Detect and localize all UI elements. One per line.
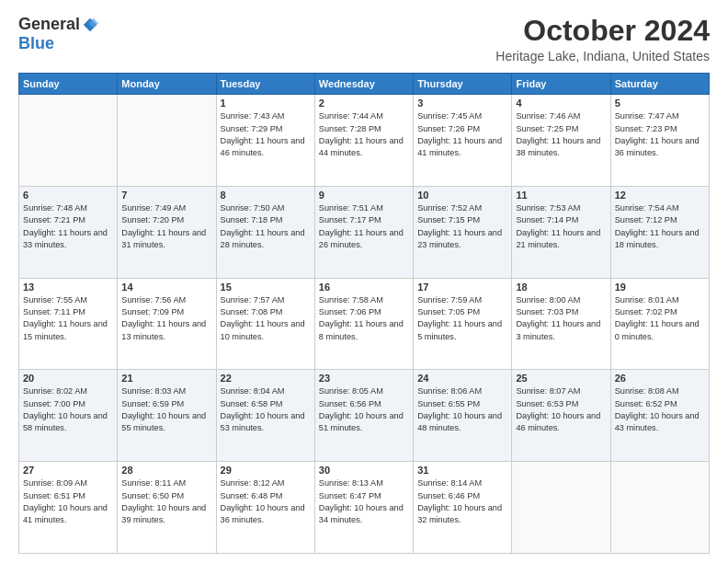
day-number: 18 <box>516 282 606 293</box>
day-number: 4 <box>516 98 606 109</box>
day-info: Sunrise: 7:59 AMSunset: 7:05 PMDaylight:… <box>417 294 507 343</box>
table-row: 10Sunrise: 7:52 AMSunset: 7:15 PMDayligh… <box>414 186 512 278</box>
day-number: 7 <box>121 190 211 201</box>
day-info: Sunrise: 7:43 AMSunset: 7:29 PMDaylight:… <box>221 110 311 159</box>
day-number: 12 <box>615 190 705 201</box>
day-info: Sunrise: 7:52 AMSunset: 7:15 PMDaylight:… <box>417 202 507 251</box>
day-number: 9 <box>319 190 409 201</box>
table-row <box>118 95 216 187</box>
calendar-week-row: 1Sunrise: 7:43 AMSunset: 7:29 PMDaylight… <box>19 95 710 187</box>
day-info: Sunrise: 8:09 AMSunset: 6:51 PMDaylight:… <box>23 477 113 526</box>
day-number: 27 <box>23 465 113 476</box>
day-info: Sunrise: 7:53 AMSunset: 7:14 PMDaylight:… <box>516 202 606 251</box>
day-info: Sunrise: 8:07 AMSunset: 6:53 PMDaylight:… <box>516 385 606 434</box>
col-saturday: Saturday <box>610 74 709 95</box>
day-number: 19 <box>615 282 705 293</box>
month-title: October 2024 <box>495 15 710 47</box>
table-row: 11Sunrise: 7:53 AMSunset: 7:14 PMDayligh… <box>512 186 610 278</box>
day-number: 20 <box>23 373 113 384</box>
table-row <box>610 462 709 554</box>
table-row: 4Sunrise: 7:46 AMSunset: 7:25 PMDaylight… <box>512 95 610 187</box>
day-number: 5 <box>615 98 705 109</box>
day-number: 14 <box>121 282 211 293</box>
table-row: 24Sunrise: 8:06 AMSunset: 6:55 PMDayligh… <box>414 370 512 462</box>
day-info: Sunrise: 7:48 AMSunset: 7:21 PMDaylight:… <box>23 202 113 251</box>
logo-general-text: General <box>18 15 80 34</box>
day-number: 29 <box>221 465 311 476</box>
table-row: 25Sunrise: 8:07 AMSunset: 6:53 PMDayligh… <box>512 370 610 462</box>
day-number: 16 <box>319 282 409 293</box>
page: General Blue October 2024 Heritage Lake,… <box>0 0 728 563</box>
day-info: Sunrise: 8:01 AMSunset: 7:02 PMDaylight:… <box>615 294 705 343</box>
location: Heritage Lake, Indiana, United States <box>495 49 710 63</box>
day-number: 2 <box>319 98 409 109</box>
day-info: Sunrise: 7:54 AMSunset: 7:12 PMDaylight:… <box>615 202 705 251</box>
table-row: 29Sunrise: 8:12 AMSunset: 6:48 PMDayligh… <box>216 462 314 554</box>
table-row: 28Sunrise: 8:11 AMSunset: 6:50 PMDayligh… <box>118 462 216 554</box>
table-row: 7Sunrise: 7:49 AMSunset: 7:20 PMDaylight… <box>118 186 216 278</box>
table-row: 16Sunrise: 7:58 AMSunset: 7:06 PMDayligh… <box>314 278 413 370</box>
day-info: Sunrise: 8:08 AMSunset: 6:52 PMDaylight:… <box>615 385 705 434</box>
table-row: 30Sunrise: 8:13 AMSunset: 6:47 PMDayligh… <box>314 462 413 554</box>
day-info: Sunrise: 7:56 AMSunset: 7:09 PMDaylight:… <box>121 294 211 343</box>
day-number: 10 <box>417 190 507 201</box>
day-number: 22 <box>221 373 311 384</box>
calendar-table: Sunday Monday Tuesday Wednesday Thursday… <box>18 73 710 554</box>
table-row: 15Sunrise: 7:57 AMSunset: 7:08 PMDayligh… <box>216 278 314 370</box>
table-row: 3Sunrise: 7:45 AMSunset: 7:26 PMDaylight… <box>414 95 512 187</box>
table-row: 17Sunrise: 7:59 AMSunset: 7:05 PMDayligh… <box>414 278 512 370</box>
day-info: Sunrise: 7:44 AMSunset: 7:28 PMDaylight:… <box>319 110 409 159</box>
day-number: 31 <box>417 465 507 476</box>
day-number: 30 <box>319 465 409 476</box>
day-info: Sunrise: 8:00 AMSunset: 7:03 PMDaylight:… <box>516 294 606 343</box>
calendar-week-row: 6Sunrise: 7:48 AMSunset: 7:21 PMDaylight… <box>19 186 710 278</box>
table-row: 8Sunrise: 7:50 AMSunset: 7:18 PMDaylight… <box>216 186 314 278</box>
table-row: 2Sunrise: 7:44 AMSunset: 7:28 PMDaylight… <box>314 95 413 187</box>
table-row: 19Sunrise: 8:01 AMSunset: 7:02 PMDayligh… <box>610 278 709 370</box>
col-wednesday: Wednesday <box>314 74 413 95</box>
col-friday: Friday <box>512 74 610 95</box>
col-monday: Monday <box>118 74 216 95</box>
table-row: 18Sunrise: 8:00 AMSunset: 7:03 PMDayligh… <box>512 278 610 370</box>
day-info: Sunrise: 8:11 AMSunset: 6:50 PMDaylight:… <box>121 477 211 526</box>
table-row: 22Sunrise: 8:04 AMSunset: 6:58 PMDayligh… <box>216 370 314 462</box>
day-info: Sunrise: 8:03 AMSunset: 6:59 PMDaylight:… <box>121 385 211 434</box>
col-tuesday: Tuesday <box>216 74 314 95</box>
table-row: 14Sunrise: 7:56 AMSunset: 7:09 PMDayligh… <box>118 278 216 370</box>
table-row: 27Sunrise: 8:09 AMSunset: 6:51 PMDayligh… <box>19 462 118 554</box>
day-info: Sunrise: 8:13 AMSunset: 6:47 PMDaylight:… <box>319 477 409 526</box>
day-info: Sunrise: 8:06 AMSunset: 6:55 PMDaylight:… <box>417 385 507 434</box>
table-row <box>512 462 610 554</box>
day-info: Sunrise: 7:57 AMSunset: 7:08 PMDaylight:… <box>221 294 311 343</box>
logo: General Blue <box>18 15 98 53</box>
day-info: Sunrise: 7:50 AMSunset: 7:18 PMDaylight:… <box>221 202 311 251</box>
day-number: 15 <box>221 282 311 293</box>
day-info: Sunrise: 8:05 AMSunset: 6:56 PMDaylight:… <box>319 385 409 434</box>
table-row: 6Sunrise: 7:48 AMSunset: 7:21 PMDaylight… <box>19 186 118 278</box>
logo-icon <box>82 17 98 33</box>
day-info: Sunrise: 7:47 AMSunset: 7:23 PMDaylight:… <box>615 110 705 159</box>
day-number: 8 <box>221 190 311 201</box>
calendar-week-row: 20Sunrise: 8:02 AMSunset: 7:00 PMDayligh… <box>19 370 710 462</box>
table-row: 23Sunrise: 8:05 AMSunset: 6:56 PMDayligh… <box>314 370 413 462</box>
calendar-header-row: Sunday Monday Tuesday Wednesday Thursday… <box>19 74 710 95</box>
day-info: Sunrise: 7:46 AMSunset: 7:25 PMDaylight:… <box>516 110 606 159</box>
table-row: 21Sunrise: 8:03 AMSunset: 6:59 PMDayligh… <box>118 370 216 462</box>
day-info: Sunrise: 8:04 AMSunset: 6:58 PMDaylight:… <box>221 385 311 434</box>
table-row: 12Sunrise: 7:54 AMSunset: 7:12 PMDayligh… <box>610 186 709 278</box>
day-info: Sunrise: 8:12 AMSunset: 6:48 PMDaylight:… <box>221 477 311 526</box>
table-row: 31Sunrise: 8:14 AMSunset: 6:46 PMDayligh… <box>414 462 512 554</box>
header: General Blue October 2024 Heritage Lake,… <box>18 15 710 63</box>
day-number: 25 <box>516 373 606 384</box>
day-info: Sunrise: 7:49 AMSunset: 7:20 PMDaylight:… <box>121 202 211 251</box>
calendar-week-row: 13Sunrise: 7:55 AMSunset: 7:11 PMDayligh… <box>19 278 710 370</box>
day-number: 17 <box>417 282 507 293</box>
table-row: 20Sunrise: 8:02 AMSunset: 7:00 PMDayligh… <box>19 370 118 462</box>
day-info: Sunrise: 8:14 AMSunset: 6:46 PMDaylight:… <box>417 477 507 526</box>
day-number: 11 <box>516 190 606 201</box>
day-number: 1 <box>221 98 311 109</box>
table-row: 13Sunrise: 7:55 AMSunset: 7:11 PMDayligh… <box>19 278 118 370</box>
day-number: 26 <box>615 373 705 384</box>
calendar-week-row: 27Sunrise: 8:09 AMSunset: 6:51 PMDayligh… <box>19 462 710 554</box>
day-number: 13 <box>23 282 113 293</box>
